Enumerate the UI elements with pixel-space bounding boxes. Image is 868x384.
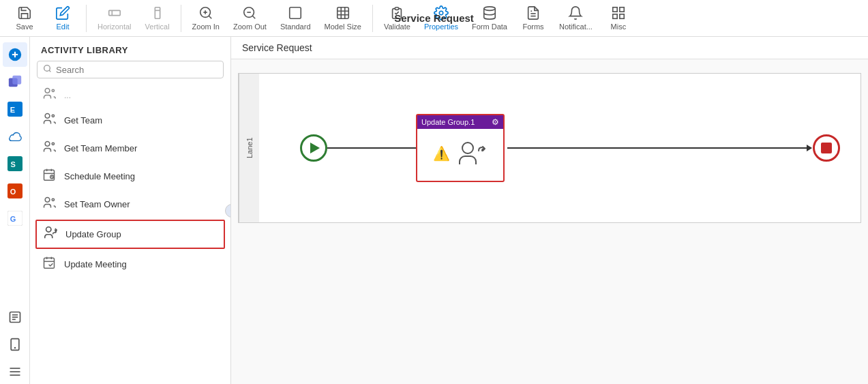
- activity-item-label: ...: [64, 91, 71, 100]
- flow-end-node[interactable]: [813, 134, 840, 162]
- svg-point-47: [52, 89, 54, 91]
- svg-text:O: O: [10, 188, 16, 196]
- list-item-update-group[interactable]: Update Group: [35, 220, 225, 249]
- arrow-line-2: [507, 147, 811, 149]
- zoomout-label: Zoom Out: [233, 23, 267, 31]
- search-icon: [43, 64, 52, 75]
- nav-intune-icon[interactable]: [3, 332, 27, 357]
- nav-forms-icon[interactable]: [3, 305, 27, 329]
- list-item-get-team[interactable]: Get Team: [30, 106, 230, 134]
- modelsize-label: Model Size: [325, 23, 361, 31]
- svg-point-57: [45, 198, 50, 203]
- formdata-label: Form Data: [472, 23, 507, 31]
- nav-onedrive-icon[interactable]: [3, 124, 27, 149]
- activity-library-title: ACTIVITY LIBRARY: [30, 37, 230, 61]
- svg-point-64: [462, 143, 473, 153]
- node-title: Update Group.1: [421, 118, 475, 126]
- search-input[interactable]: [56, 65, 218, 75]
- svg-rect-13: [395, 8, 400, 10]
- zoomin-label: Zoom In: [192, 23, 220, 31]
- stop-square-icon: [821, 143, 832, 153]
- list-item-get-team-member[interactable]: Get Team Member: [30, 134, 230, 162]
- flow-start-node[interactable]: [300, 134, 327, 162]
- activity-item-icon: [41, 87, 57, 104]
- svg-point-51: [52, 143, 54, 145]
- svg-rect-19: [620, 8, 624, 12]
- svg-point-46: [45, 89, 50, 93]
- standard-button[interactable]: Standard: [275, 3, 316, 33]
- notifications-label: Notificat...: [559, 23, 593, 31]
- activity-library-panel: ACTIVITY LIBRARY ... Get Team: [30, 37, 231, 384]
- play-triangle-icon: [310, 143, 320, 153]
- activity-list: ... Get Team Get Team Member: [30, 84, 230, 384]
- list-item-schedule-meeting[interactable]: Schedule Meeting: [30, 162, 230, 190]
- set-team-owner-label: Set Team Owner: [64, 199, 130, 209]
- list-item-set-team-owner[interactable]: Set Team Owner: [30, 190, 230, 218]
- svg-point-44: [44, 65, 50, 72]
- misc-button[interactable]: Misc: [601, 3, 636, 33]
- nav-office-icon[interactable]: O: [3, 179, 27, 203]
- standard-label: Standard: [280, 23, 311, 31]
- nav-sharepoint-icon[interactable]: S: [3, 151, 27, 176]
- canvas-breadcrumb: Service Request: [231, 37, 868, 59]
- nav-add-icon[interactable]: [3, 42, 27, 67]
- toolbar-sep-1: [86, 5, 87, 32]
- zoomin-button[interactable]: Zoom In: [187, 3, 225, 33]
- node-update-group-svg: [455, 137, 488, 170]
- svg-rect-20: [620, 14, 624, 18]
- svg-rect-60: [44, 258, 55, 268]
- schedule-meeting-label: Schedule Meeting: [64, 171, 135, 181]
- lane-label: Lane1: [239, 74, 259, 222]
- canvas-area: Service Request Lane1: [231, 37, 868, 384]
- update-group-node[interactable]: Update Group.1 ⚙ ⚠️: [416, 114, 505, 182]
- vertical-label: Vertical: [145, 23, 170, 31]
- vertical-button[interactable]: Vertical: [140, 3, 175, 33]
- set-team-owner-icon: [41, 196, 57, 213]
- main-layout: E S O G ACTIVITY LIBRARY: [0, 37, 868, 384]
- svg-rect-0: [109, 10, 121, 15]
- update-meeting-icon: [41, 256, 57, 273]
- edit-label: Edit: [57, 23, 70, 31]
- modelsize-button[interactable]: Model Size: [319, 3, 367, 33]
- horizontal-button[interactable]: Horizontal: [92, 3, 137, 33]
- nav-teams-icon[interactable]: [3, 70, 27, 94]
- node-body: ⚠️: [417, 129, 503, 178]
- toolbar-title: Service Request: [394, 12, 474, 24]
- toolbar-sep-2: [181, 5, 181, 32]
- node-gear-icon[interactable]: ⚙: [492, 117, 499, 127]
- update-group-icon: [42, 225, 59, 243]
- notifications-button[interactable]: Notificat...: [554, 3, 598, 33]
- svg-line-9: [253, 16, 256, 18]
- nav-menu-icon[interactable]: [3, 359, 27, 384]
- forms-button[interactable]: Forms: [515, 3, 551, 33]
- svg-point-58: [52, 198, 54, 201]
- list-item[interactable]: ...: [30, 84, 230, 106]
- canvas-content[interactable]: Lane1 Update Group.1 ⚙: [231, 59, 868, 384]
- save-button[interactable]: Save: [7, 3, 42, 33]
- schedule-meeting-icon: [41, 168, 57, 185]
- svg-point-50: [45, 142, 50, 147]
- nav-exchange-icon[interactable]: E: [3, 97, 27, 121]
- save-label: Save: [16, 23, 33, 31]
- get-team-member-icon: [41, 140, 57, 157]
- nav-google-icon[interactable]: G: [3, 206, 27, 231]
- update-meeting-label: Update Meeting: [64, 259, 127, 269]
- node-warning-icon: ⚠️: [433, 145, 450, 162]
- svg-point-59: [46, 227, 51, 232]
- svg-point-48: [45, 114, 50, 119]
- misc-label: Misc: [611, 23, 627, 31]
- svg-line-5: [209, 16, 211, 18]
- update-group-label: Update Group: [65, 229, 121, 239]
- svg-point-15: [484, 7, 496, 11]
- zoomout-button[interactable]: Zoom Out: [228, 3, 272, 33]
- get-team-member-label: Get Team Member: [64, 143, 137, 153]
- svg-rect-21: [613, 14, 617, 18]
- left-nav: E S O G: [0, 37, 30, 384]
- list-item-update-meeting[interactable]: Update Meeting: [30, 250, 230, 278]
- search-box[interactable]: [37, 61, 224, 78]
- svg-text:E: E: [10, 106, 14, 114]
- svg-rect-18: [613, 8, 617, 12]
- edit-button[interactable]: Edit: [45, 3, 80, 33]
- toolbar: Service Request Save Edit Horizontal Ver…: [0, 0, 868, 37]
- toolbar-sep-3: [372, 5, 373, 32]
